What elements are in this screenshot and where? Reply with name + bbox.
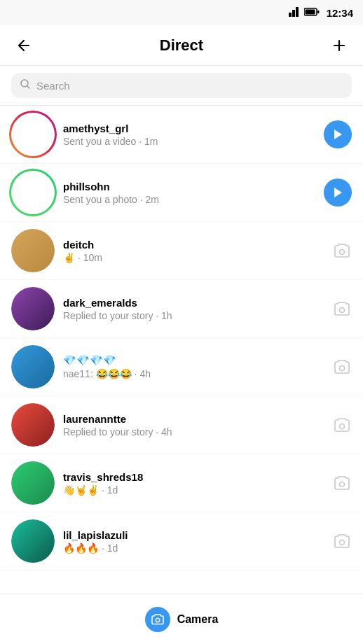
svg-point-10 [340,424,345,429]
message-item[interactable]: dark_emeralds Replied to your story · 1h [0,280,363,338]
avatar [11,345,55,388]
avatar [11,461,55,505]
message-item[interactable]: deitch ✌️ · 10m [0,222,363,280]
avatar-container [11,461,55,505]
message-preview: Replied to your story · 4h [63,426,324,438]
svg-rect-4 [305,10,315,15]
svg-marker-1 [292,10,295,17]
search-inner [11,73,352,98]
avatar-image [11,287,55,330]
message-preview: 🔥🔥🔥 · 1d [63,542,324,554]
avatar-image [11,229,55,272]
camera-label: Camera [177,613,219,626]
camera-action[interactable] [332,299,352,318]
message-preview: ✌️ · 10m [63,252,324,263]
camera-button[interactable]: Camera [134,601,230,638]
avatar-image [11,461,55,505]
message-username: 💎💎💎💎 [63,354,324,367]
message-content: phillsohn Sent you a photo · 2m [63,181,315,205]
status-time: 12:34 [327,7,353,19]
avatar-image [11,345,55,388]
message-content: 💎💎💎💎 nae11: 😂😂😂 · 4h [63,354,324,379]
camera-action[interactable] [332,357,352,377]
camera-circle-icon [145,607,170,632]
svg-point-11 [340,482,345,487]
message-content: travis_shreds18 👋🤘✌️ · 1d [63,471,324,496]
message-item[interactable]: lil_lapislazuli 🔥🔥🔥 · 1d [0,512,363,570]
search-input[interactable] [36,80,343,92]
camera-action[interactable] [332,241,352,260]
story-ring [9,169,57,216]
svg-point-7 [340,250,345,255]
message-content: laurenanntte Replied to your story · 4h [63,413,324,438]
camera-action[interactable] [332,415,352,435]
camera-action[interactable] [332,531,352,551]
bottom-bar: Camera [0,594,363,644]
message-item[interactable]: 💎💎💎💎 nae11: 😂😂😂 · 4h [0,338,363,396]
svg-marker-2 [296,7,299,17]
avatar-image [11,403,55,447]
message-username: dark_emeralds [63,297,324,309]
signal-icon [289,6,300,20]
svg-point-8 [340,308,345,313]
message-username: travis_shreds18 [63,471,324,483]
svg-point-13 [156,618,160,622]
message-preview: 👋🤘✌️ · 1d [63,484,324,496]
battery-icon [304,6,320,19]
message-item[interactable]: amethyst_grl Sent you a video · 1m [0,106,363,164]
add-button[interactable] [327,33,352,58]
avatar-container [11,171,55,214]
message-content: amethyst_grl Sent you a video · 1m [63,122,315,147]
svg-point-12 [340,540,345,545]
message-content: deitch ✌️ · 10m [63,239,324,263]
avatar-image [11,519,55,563]
message-list: amethyst_grl Sent you a video · 1m [0,106,363,570]
avatar-container [11,519,55,563]
message-item[interactable]: laurenanntte Replied to your story · 4h [0,396,363,454]
message-preview: Sent you a photo · 2m [63,194,315,205]
message-preview: Sent you a video · 1m [63,136,315,147]
status-bar: 12:34 [0,0,363,25]
svg-point-9 [340,366,345,371]
message-preview: nae11: 😂😂😂 · 4h [63,368,324,379]
header-left [11,33,36,58]
svg-rect-5 [317,10,320,13]
avatar-container [11,345,55,388]
avatar-container [11,287,55,330]
avatar [11,519,55,563]
search-bar [0,66,363,106]
message-username: phillsohn [63,181,315,192]
avatar [11,229,55,272]
message-username: lil_lapislazuli [63,529,324,541]
message-username: deitch [63,239,324,251]
avatar-container [11,403,55,447]
message-username: amethyst_grl [63,122,315,134]
message-preview: Replied to your story · 1h [63,310,324,321]
header-right [327,33,352,58]
play-action[interactable] [324,178,352,206]
search-icon [20,78,31,92]
message-content: lil_lapislazuli 🔥🔥🔥 · 1d [63,529,324,554]
play-button[interactable] [324,120,352,148]
camera-action[interactable] [332,473,352,493]
message-username: laurenanntte [63,413,324,425]
header: Direct [0,25,363,66]
avatar [11,403,55,447]
header-title: Direct [160,36,203,55]
avatar-container [11,229,55,272]
avatar-container [11,113,55,156]
story-ring [9,111,57,158]
play-action[interactable] [324,120,352,148]
message-content: dark_emeralds Replied to your story · 1h [63,297,324,321]
avatar [11,287,55,330]
play-button[interactable] [324,178,352,206]
svg-marker-0 [289,13,292,17]
message-item[interactable]: phillsohn Sent you a photo · 2m [0,164,363,222]
back-button[interactable] [11,33,36,58]
message-item[interactable]: travis_shreds18 👋🤘✌️ · 1d [0,454,363,512]
